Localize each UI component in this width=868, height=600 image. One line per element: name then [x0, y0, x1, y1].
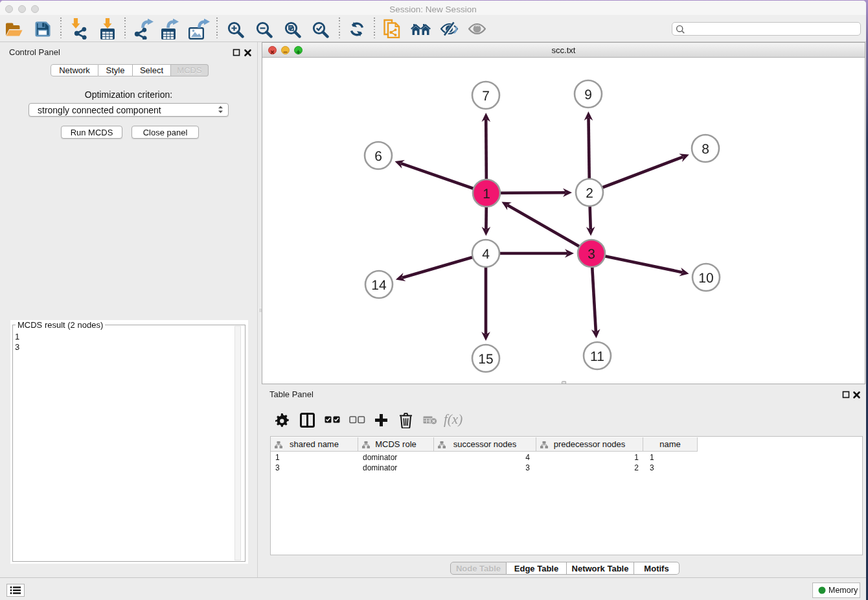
svg-text:14: 14	[371, 278, 387, 293]
svg-text:9: 9	[584, 87, 592, 102]
svg-text:15: 15	[478, 352, 493, 367]
svg-text:11: 11	[590, 349, 604, 364]
svg-text:8: 8	[702, 142, 709, 157]
svg-text:7: 7	[482, 89, 490, 104]
svg-text:4: 4	[482, 247, 490, 262]
svg-text:10: 10	[698, 271, 713, 286]
svg-text:3: 3	[588, 247, 595, 262]
svg-text:1: 1	[483, 187, 490, 202]
svg-text:6: 6	[374, 149, 382, 164]
svg-text:2: 2	[586, 186, 593, 201]
